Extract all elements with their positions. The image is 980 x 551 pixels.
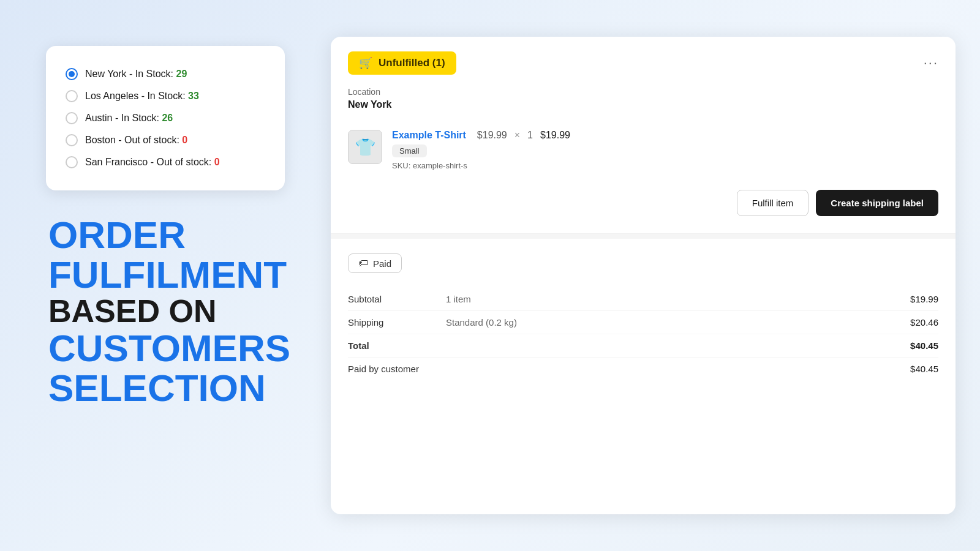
- price-unit: $19.99: [477, 130, 507, 141]
- fulfill-item-button[interactable]: Fulfill item: [737, 190, 809, 216]
- headline-line5: SELECTION: [48, 368, 285, 408]
- location-label-boston: Boston - Out of stock: 0: [85, 135, 187, 146]
- price-x: ×: [514, 130, 520, 141]
- product-details: Example T-Shirt Small SKU: example-shirt…: [392, 130, 467, 170]
- subtotal-label: Subtotal: [348, 294, 446, 304]
- order-panel: 🛒 Unfulfilled (1) ··· Location New York …: [331, 37, 956, 514]
- paid-icon: 🏷: [358, 258, 368, 269]
- location-item-los-angeles[interactable]: Los Angeles - In Stock: 33: [66, 85, 265, 107]
- location-label-new-york: New York - In Stock: 29: [85, 69, 187, 80]
- radio-boston[interactable]: [66, 134, 78, 146]
- paid-by-customer-label: Paid by customer: [348, 364, 446, 374]
- paid-by-customer-value: $40.45: [889, 364, 938, 374]
- headline-line1: ORDER: [48, 215, 285, 255]
- shipping-label: Shipping: [348, 317, 446, 328]
- summary-row-subtotal: Subtotal 1 item $19.99: [348, 288, 938, 311]
- stock-new-york: 29: [176, 69, 187, 79]
- action-row: Fulfill item Create shipping label: [348, 180, 938, 221]
- location-field-label: Location: [348, 87, 938, 97]
- unfulfilled-icon: 🛒: [359, 56, 372, 70]
- headline-line2: FULFILMENT: [48, 255, 285, 294]
- create-shipping-label-button[interactable]: Create shipping label: [816, 190, 938, 216]
- unfulfilled-header: 🛒 Unfulfilled (1) ···: [348, 51, 938, 75]
- stock-san-francisco: 0: [214, 157, 220, 167]
- price-qty: 1: [527, 130, 533, 141]
- total-label: Total: [348, 340, 446, 351]
- product-icon: 👕: [355, 137, 376, 157]
- product-thumbnail: 👕: [348, 130, 382, 164]
- location-item-san-francisco[interactable]: San Francisco - Out of stock: 0: [66, 151, 265, 173]
- stock-los-angeles: 33: [188, 91, 199, 101]
- stock-austin: 26: [162, 113, 173, 123]
- price-total: $19.99: [540, 130, 570, 141]
- unfulfilled-badge: 🛒 Unfulfilled (1): [348, 51, 456, 75]
- product-row: 👕 Example T-Shirt Small SKU: example-shi…: [348, 120, 570, 180]
- location-card: New York - In Stock: 29 Los Angeles - In…: [46, 46, 285, 190]
- location-item-new-york[interactable]: New York - In Stock: 29: [66, 63, 265, 85]
- location-item-austin[interactable]: Austin - In Stock: 26: [66, 107, 265, 129]
- shipping-desc: Standard (0.2 kg): [446, 317, 889, 328]
- location-label-los-angeles: Los Angeles - In Stock: 33: [85, 91, 199, 102]
- headline: ORDER FULFILMENT BASED ON CUSTOMERS SELE…: [46, 215, 285, 408]
- location-field-value: New York: [348, 99, 938, 110]
- paid-badge: 🏷 Paid: [348, 253, 402, 273]
- product-pricing: $19.99 × 1 $19.99: [477, 130, 570, 141]
- left-panel: New York - In Stock: 29 Los Angeles - In…: [46, 46, 285, 408]
- section-divider: [331, 234, 956, 239]
- radio-los-angeles[interactable]: [66, 90, 78, 102]
- paid-label: Paid: [373, 258, 391, 269]
- sku-label: SKU:: [392, 161, 410, 170]
- subtotal-desc: 1 item: [446, 294, 889, 304]
- subtotal-value: $19.99: [889, 294, 938, 304]
- more-options-button[interactable]: ···: [924, 55, 938, 71]
- product-name[interactable]: Example T-Shirt: [392, 130, 467, 141]
- radio-austin[interactable]: [66, 112, 78, 124]
- headline-line3: BASED ON: [48, 294, 285, 328]
- product-variant: Small: [392, 144, 427, 157]
- location-label-san-francisco: San Francisco - Out of stock: 0: [85, 157, 220, 168]
- summary-row-shipping: Shipping Standard (0.2 kg) $20.46: [348, 311, 938, 334]
- location-label-austin: Austin - In Stock: 26: [85, 113, 173, 124]
- summary-row-paid-by-customer: Paid by customer $40.45: [348, 358, 938, 380]
- sku-value: example-shirt-s: [413, 161, 467, 170]
- product-sku: SKU: example-shirt-s: [392, 161, 467, 170]
- location-info: Location New York: [348, 87, 938, 110]
- product-row-wrapper: 👕 Example T-Shirt Small SKU: example-shi…: [348, 120, 938, 180]
- radio-san-francisco[interactable]: [66, 156, 78, 168]
- unfulfilled-label: Unfulfilled (1): [379, 57, 445, 69]
- unfulfilled-section: 🛒 Unfulfilled (1) ··· Location New York …: [331, 37, 956, 234]
- location-item-boston[interactable]: Boston - Out of stock: 0: [66, 129, 265, 151]
- paid-section: 🏷 Paid Subtotal 1 item $19.99 Shipping S…: [331, 239, 956, 395]
- summary-row-total: Total $40.45: [348, 334, 938, 358]
- total-value: $40.45: [889, 340, 938, 351]
- radio-new-york[interactable]: [66, 68, 78, 80]
- shipping-value: $20.46: [889, 317, 938, 328]
- headline-line4: CUSTOMERS: [48, 328, 285, 368]
- stock-boston: 0: [182, 135, 187, 145]
